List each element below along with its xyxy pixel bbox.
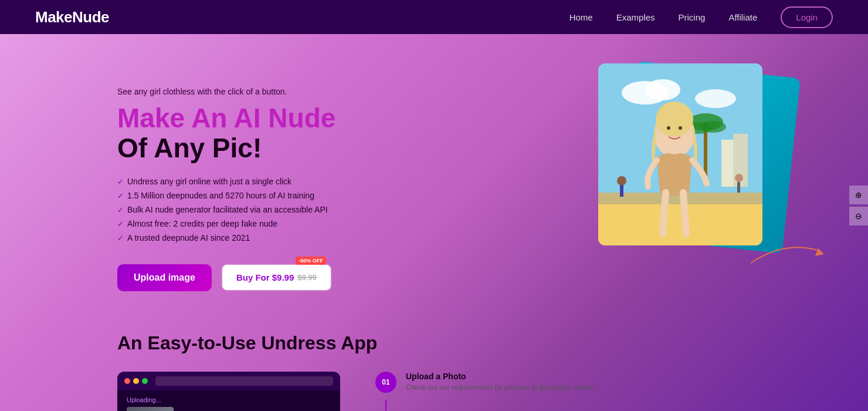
dot-red <box>124 378 130 384</box>
app-screenshot-header <box>117 372 340 390</box>
check-icon-3: ✓ <box>117 206 124 214</box>
buy-button[interactable]: Buy For $9.99 $9.99 <box>221 264 332 291</box>
steps-col: 01 Upload a Photo Check out our requirem… <box>375 372 798 411</box>
svg-rect-10 <box>598 198 762 245</box>
svg-point-14 <box>735 174 743 182</box>
svg-point-2 <box>645 79 680 100</box>
buy-btn-wrapper: -50% OFF Buy For $9.99 $9.99 <box>221 264 332 291</box>
check-icon-2: ✓ <box>117 191 124 200</box>
hero-section: See any girl clothless with the click of… <box>0 34 868 315</box>
hero-tagline: See any girl clothless with the click of… <box>117 87 411 96</box>
original-price: $9.99 <box>297 273 317 282</box>
login-button[interactable]: Login <box>781 6 833 28</box>
hero-title-line1: Make An AI Nude <box>117 103 411 133</box>
side-icons: ⊕ ⊖ <box>849 186 868 225</box>
nav-affiliate[interactable]: Affiliate <box>728 12 757 22</box>
svg-point-9 <box>700 121 726 133</box>
feature-text-5: A trusted deepnude AI since 2021 <box>127 233 250 242</box>
svg-rect-15 <box>737 182 740 193</box>
feature-item-5: ✓ A trusted deepnude AI since 2021 <box>117 233 411 242</box>
svg-point-17 <box>656 102 693 137</box>
feature-item-2: ✓ 1.5 Million deepnudes and 5270 hours o… <box>117 191 411 200</box>
side-icon-1[interactable]: ⊕ <box>849 186 868 204</box>
check-icon-1: ✓ <box>117 177 124 186</box>
logo-text: MakeNude <box>35 8 109 26</box>
nav-pricing[interactable]: Pricing <box>679 12 706 22</box>
url-bar <box>155 376 333 386</box>
image-stack <box>598 63 780 257</box>
nav-links: Home Examples Pricing Affiliate Login <box>569 6 833 28</box>
svg-rect-13 <box>620 185 623 197</box>
side-icon-2[interactable]: ⊖ <box>849 207 868 225</box>
step-content-1: Upload a Photo Check out our requirement… <box>406 372 596 393</box>
feature-text-1: Undress any girl online with just a sing… <box>127 177 291 186</box>
hero-title: Make An AI Nude Of Any Pic! <box>117 103 411 163</box>
upload-image-button[interactable]: Upload image <box>117 264 212 291</box>
check-icon-5: ✓ <box>117 234 124 242</box>
step-title-1: Upload a Photo <box>406 372 596 381</box>
photo-preview <box>127 407 174 411</box>
step-desc-1: Check out our requirements for pictures … <box>406 383 596 393</box>
svg-point-3 <box>695 89 736 108</box>
hero-title-line2: Of Any Pic! <box>117 133 411 163</box>
section-title: An Easy-to-Use Undress App <box>117 332 798 354</box>
nav-examples[interactable]: Examples <box>616 12 655 22</box>
dot-yellow <box>133 378 139 384</box>
dot-green <box>142 378 148 384</box>
step-line <box>385 400 386 411</box>
navbar: MakeNude Home Examples Pricing Affiliate… <box>0 0 868 34</box>
hero-image-col <box>598 63 798 257</box>
features-list: ✓ Undress any girl online with just a si… <box>117 177 411 242</box>
svg-point-19 <box>679 126 682 130</box>
check-icon-4: ✓ <box>117 220 124 228</box>
step-item-1: 01 Upload a Photo Check out our requirem… <box>375 372 798 393</box>
image-front <box>598 63 762 245</box>
buy-price: Buy For $9.99 <box>236 272 294 282</box>
feature-text-2: 1.5 Million deepnudes and 5270 hours of … <box>127 191 314 200</box>
step-number-1: 01 <box>375 372 396 393</box>
feature-item-1: ✓ Undress any girl online with just a si… <box>117 177 411 186</box>
bottom-row: Uploading... 01 Upload a Photo Check out… <box>117 372 798 411</box>
discount-badge: -50% OFF <box>296 257 326 265</box>
hero-left: See any girl clothless with the click of… <box>117 69 411 291</box>
svg-point-18 <box>667 126 670 130</box>
svg-point-12 <box>617 176 626 186</box>
cta-row: Upload image -50% OFF Buy For $9.99 $9.9… <box>117 264 411 291</box>
app-screenshot-body: Uploading... <box>117 390 340 411</box>
logo: MakeNude <box>35 8 109 26</box>
bottom-section: An Easy-to-Use Undress App Uploading... … <box>0 315 868 411</box>
app-screenshot: Uploading... <box>117 372 340 411</box>
feature-item-4: ✓ Almost free: 2 credits per deep fake n… <box>117 219 411 228</box>
uploading-text: Uploading... <box>127 396 331 403</box>
feature-text-4: Almost free: 2 credits per deep fake nud… <box>127 219 277 228</box>
feature-item-3: ✓ Bulk AI nude generator facilitated via… <box>117 205 411 214</box>
nav-home[interactable]: Home <box>569 12 593 22</box>
feature-text-3: Bulk AI nude generator facilitated via a… <box>127 205 328 214</box>
